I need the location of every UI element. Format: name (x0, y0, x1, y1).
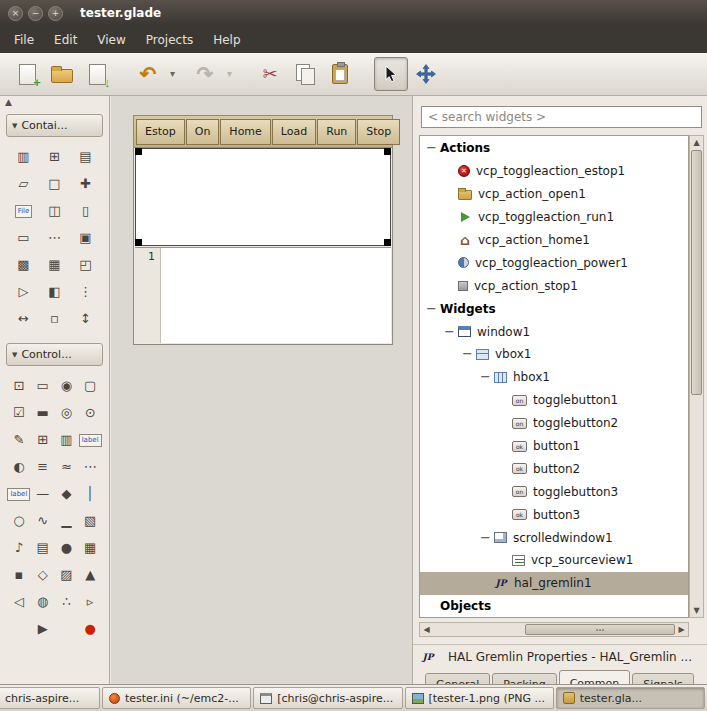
design-button-estop[interactable]: Estop (136, 119, 185, 145)
palette-widget-icon[interactable]: ▬ (36, 405, 48, 421)
palette-widget-icon[interactable]: ▫ (50, 311, 59, 327)
scroll-down-icon[interactable]: ▼ (690, 604, 703, 617)
scroll-right-icon[interactable]: ▶ (675, 623, 688, 636)
taskbar-item[interactable]: tester.ini (~/emc2-... (102, 687, 251, 709)
palette-widget-icon[interactable]: ◎ (61, 405, 72, 421)
menu-projects[interactable]: Projects (136, 28, 203, 52)
palette-widget-icon[interactable]: │ (86, 486, 94, 502)
palette-widget-icon[interactable]: ▪ (14, 567, 23, 583)
palette-widget-icon[interactable]: ✎ (13, 432, 24, 448)
palette-widget-icon[interactable]: ≡ (37, 459, 48, 475)
expander-icon[interactable]: − (426, 304, 440, 314)
tree-row-hbox1[interactable]: −hbox1 (420, 366, 688, 389)
taskbar-item[interactable]: chris-aspire... (0, 687, 100, 709)
design-button-run[interactable]: Run (317, 119, 356, 145)
palette-widget-icon[interactable]: ∴ (62, 594, 70, 610)
palette-widget-icon[interactable]: ⊡ (13, 378, 24, 394)
tab-common[interactable]: Common (559, 670, 631, 684)
palette-widget-icon[interactable]: ≈ (61, 459, 72, 475)
maximize-button[interactable]: + (48, 6, 63, 21)
design-button-load[interactable]: Load (272, 119, 316, 145)
tree-row-vcp_action_stop1[interactable]: −vcp_action_stop1 (420, 274, 688, 297)
palette-widget-icon[interactable]: ▭ (36, 378, 48, 394)
undo-dropdown-button[interactable]: ▾ (166, 57, 179, 91)
tree-row-togglebutton2[interactable]: −ontogglebutton2 (420, 412, 688, 435)
tree-row-togglebutton1[interactable]: −ontogglebutton1 (420, 389, 688, 412)
menu-view[interactable]: View (87, 28, 135, 52)
palette-widget-icon[interactable]: ◰ (79, 257, 91, 273)
palette-widget-icon[interactable] (16, 621, 22, 637)
tree-row-actions[interactable]: −Actions (420, 137, 688, 160)
expander-icon[interactable]: − (462, 349, 476, 359)
palette-widget-icon[interactable]: ● (84, 621, 95, 637)
redo-dropdown-button[interactable]: ▾ (223, 57, 236, 91)
new-project-button[interactable]: + (10, 57, 44, 91)
palette-widget-icon[interactable]: ▢ (84, 378, 96, 394)
design-button-on[interactable]: On (186, 119, 220, 145)
hscroll-thumb[interactable] (525, 624, 675, 635)
palette-widget-icon[interactable]: ↕ (80, 311, 91, 327)
palette-widget-icon[interactable]: ⋮ (79, 284, 92, 300)
tree-row-window1[interactable]: −window1 (420, 320, 688, 343)
drag-resize-tool-button[interactable] (409, 57, 443, 91)
selection-handle[interactable] (135, 148, 142, 155)
palette-scroll-up-icon[interactable]: ▲ (5, 97, 12, 107)
scroll-left-icon[interactable]: ◀ (420, 623, 433, 636)
palette-widget-icon[interactable]: label (7, 488, 30, 501)
undo-button[interactable]: ↶ (131, 57, 165, 91)
menu-help[interactable]: Help (203, 28, 250, 52)
palette-widget-icon[interactable] (63, 621, 69, 637)
tree-row-button3[interactable]: −okbutton3 (420, 503, 688, 526)
palette-widget-icon[interactable]: ▨ (60, 567, 72, 583)
palette-widget-icon[interactable]: ⊙ (85, 405, 96, 421)
palette-widget-icon[interactable]: ◍ (37, 594, 48, 610)
tree-row-button1[interactable]: −okbutton1 (420, 435, 688, 458)
selection-handle[interactable] (135, 239, 142, 246)
palette-widget-icon[interactable]: ▥ (17, 149, 29, 165)
select-tool-button[interactable] (374, 57, 408, 91)
tree-row-togglebutton3[interactable]: −ontogglebutton3 (420, 480, 688, 503)
expander-icon[interactable]: − (480, 533, 494, 543)
palette-widget-icon[interactable]: ▣ (79, 230, 91, 246)
scroll-up-icon[interactable]: ▲ (690, 136, 703, 149)
design-button-stop[interactable]: Stop (357, 119, 400, 145)
palette-widget-icon[interactable]: □ (48, 176, 60, 192)
palette-section-header-containers[interactable]: ▼Contai... (6, 114, 103, 137)
palette-widget-icon[interactable]: ◆ (61, 486, 71, 502)
tree-row-vcp_toggleaction_estop1[interactable]: −vcp_toggleaction_estop1 (420, 160, 688, 183)
palette-widget-icon[interactable]: ⋯ (84, 459, 97, 475)
palette-widget-icon[interactable]: — (36, 486, 49, 502)
design-window[interactable]: EstopOnHomeLoadRunStop 1 (133, 115, 393, 345)
palette-widget-icon[interactable]: ◇ (38, 567, 48, 583)
taskbar-item[interactable]: [tester-1.png (PNG ... (405, 687, 554, 709)
selection-handle[interactable] (384, 148, 391, 155)
tree-row-hal_gremlin1[interactable]: −JPhal_gremlin1 (420, 572, 688, 595)
design-canvas[interactable]: EstopOnHomeLoadRunStop 1 (111, 96, 412, 684)
palette-widget-icon[interactable]: File (15, 205, 33, 218)
minimize-button[interactable]: − (28, 6, 43, 21)
tree-row-button2[interactable]: −okbutton2 (420, 457, 688, 480)
palette-widget-icon[interactable]: ▷ (19, 284, 29, 300)
sourceview-widget[interactable]: 1 (135, 247, 391, 343)
tree-row-vcp_action_open1[interactable]: −vcp_action_open1 (420, 183, 688, 206)
palette-widget-icon[interactable]: ▦ (84, 540, 96, 556)
tab-packing[interactable]: Packing (492, 673, 556, 684)
tab-general[interactable]: General (425, 673, 490, 684)
design-button-home[interactable]: Home (220, 119, 270, 145)
palette-widget-icon[interactable]: ∿ (37, 513, 48, 529)
copy-button[interactable] (288, 57, 322, 91)
palette-widget-icon[interactable]: ⋯ (48, 230, 61, 246)
tree-row-vcp_toggleaction_power1[interactable]: −vcp_toggleaction_power1 (420, 251, 688, 274)
palette-widget-icon[interactable]: ▥ (60, 432, 72, 448)
palette-widget-icon[interactable]: ♪ (15, 540, 23, 556)
tree-row-widgets[interactable]: −Widgets (420, 297, 688, 320)
palette-widget-icon[interactable]: ◉ (61, 378, 72, 394)
expander-icon[interactable]: − (480, 372, 494, 382)
tab-signals[interactable]: Signals (632, 673, 694, 684)
palette-widget-icon[interactable]: ▯ (82, 203, 89, 219)
tree-row-vcp_sourceview1[interactable]: −vcp_sourceview1 (420, 549, 688, 572)
tree-vertical-scrollbar[interactable]: ▲ ▼ (689, 135, 704, 618)
paste-button[interactable] (323, 57, 357, 91)
titlebar[interactable]: × − + tester.glade (0, 0, 707, 26)
palette-widget-icon[interactable]: ▭ (17, 230, 29, 246)
